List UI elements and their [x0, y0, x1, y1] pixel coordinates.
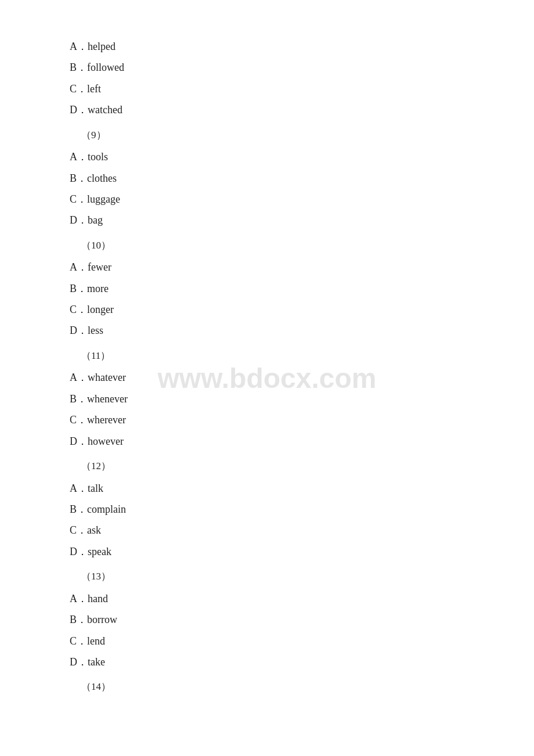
option-b-9: B．clothes [70, 169, 464, 188]
option-c-10: C．longer [70, 300, 464, 319]
question-group-1: A．helped B．followed C．left D．watched [70, 37, 464, 120]
option-a-11: A．whatever [70, 368, 464, 387]
question-num-13: （13） [81, 568, 464, 586]
option-a-12: A．talk [70, 479, 464, 498]
question-group-14: （14） [70, 678, 464, 696]
option-d-9: D．bag [70, 211, 464, 229]
question-group-10: （10） A．fewer B．more C．longer D．less [70, 237, 464, 340]
option-d-10: D．less [70, 321, 464, 340]
option-b-13: B．borrow [70, 610, 464, 629]
question-group-9: （9） A．tools B．clothes C．luggage D．bag [70, 127, 464, 230]
option-d-12: D．speak [70, 542, 464, 561]
option-d-13: D．take [70, 653, 464, 671]
question-num-12: （12） [81, 458, 464, 476]
option-d-1: D．watched [70, 100, 464, 119]
option-c-11: C．wherever [70, 411, 464, 429]
option-a-10: A．fewer [70, 258, 464, 276]
option-a-1: A．helped [70, 37, 464, 56]
option-a-13: A．hand [70, 589, 464, 608]
question-num-11: （11） [81, 347, 464, 365]
question-num-14: （14） [81, 678, 464, 696]
question-group-11: （11） A．whatever B．whenever C．wherever D．… [70, 347, 464, 451]
option-d-11: D．however [70, 432, 464, 451]
option-b-1: B．followed [70, 58, 464, 77]
option-c-13: C．lend [70, 632, 464, 650]
option-b-10: B．more [70, 279, 464, 298]
question-group-12: （12） A．talk B．complain C．ask D．speak [70, 458, 464, 561]
option-c-1: C．left [70, 80, 464, 98]
question-num-10: （10） [81, 237, 464, 255]
question-num-9: （9） [81, 127, 464, 145]
option-c-12: C．ask [70, 521, 464, 539]
question-group-13: （13） A．hand B．borrow C．lend D．take [70, 568, 464, 671]
option-b-11: B．whenever [70, 390, 464, 408]
main-content: A．helped B．followed C．left D．watched （9）… [0, 0, 534, 735]
option-b-12: B．complain [70, 500, 464, 519]
option-a-9: A．tools [70, 147, 464, 166]
option-c-9: C．luggage [70, 190, 464, 208]
